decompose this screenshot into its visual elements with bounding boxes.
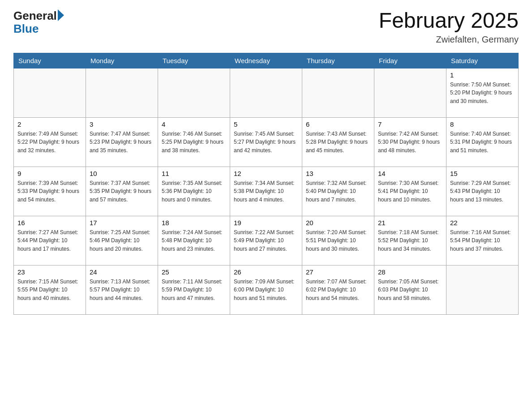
calendar-day-cell: 22Sunrise: 7:16 AM Sunset: 5:54 PM Dayli… [446, 216, 519, 265]
day-of-week-header: Friday [374, 53, 446, 68]
day-info: Sunrise: 7:24 AM Sunset: 5:48 PM Dayligh… [162, 228, 226, 253]
calendar-day-cell: 4Sunrise: 7:46 AM Sunset: 5:25 PM Daylig… [158, 117, 230, 167]
day-info: Sunrise: 7:37 AM Sunset: 5:35 PM Dayligh… [90, 179, 154, 204]
calendar-day-cell: 8Sunrise: 7:40 AM Sunset: 5:31 PM Daylig… [446, 117, 519, 167]
logo-general-text: General [13, 9, 57, 23]
calendar-day-cell: 9Sunrise: 7:39 AM Sunset: 5:33 PM Daylig… [14, 167, 86, 216]
page-header: General Blue February 2025 Zwiefalten, G… [13, 9, 519, 45]
day-info: Sunrise: 7:43 AM Sunset: 5:28 PM Dayligh… [306, 130, 370, 155]
calendar-day-cell: 15Sunrise: 7:29 AM Sunset: 5:43 PM Dayli… [446, 167, 519, 216]
calendar-day-cell [230, 68, 302, 117]
month-title: February 2025 [379, 9, 519, 33]
day-info: Sunrise: 7:16 AM Sunset: 5:54 PM Dayligh… [450, 228, 515, 253]
logo-arrow-icon [58, 9, 64, 21]
calendar-day-cell: 26Sunrise: 7:09 AM Sunset: 6:00 PM Dayli… [230, 265, 302, 314]
calendar-week-row: 1Sunrise: 7:50 AM Sunset: 5:20 PM Daylig… [14, 68, 519, 117]
day-info: Sunrise: 7:11 AM Sunset: 5:59 PM Dayligh… [162, 278, 226, 303]
calendar-day-cell [158, 68, 230, 117]
calendar-day-cell: 3Sunrise: 7:47 AM Sunset: 5:23 PM Daylig… [86, 117, 158, 167]
calendar-day-cell: 18Sunrise: 7:24 AM Sunset: 5:48 PM Dayli… [158, 216, 230, 265]
calendar-week-row: 2Sunrise: 7:49 AM Sunset: 5:22 PM Daylig… [14, 117, 519, 167]
day-info: Sunrise: 7:45 AM Sunset: 5:27 PM Dayligh… [234, 130, 298, 155]
day-info: Sunrise: 7:40 AM Sunset: 5:31 PM Dayligh… [450, 130, 515, 155]
calendar-day-cell: 12Sunrise: 7:34 AM Sunset: 5:38 PM Dayli… [230, 167, 302, 216]
day-of-week-header: Saturday [446, 53, 519, 68]
calendar-day-cell [86, 68, 158, 117]
day-number: 5 [234, 120, 298, 128]
day-info: Sunrise: 7:09 AM Sunset: 6:00 PM Dayligh… [234, 278, 298, 303]
day-number: 6 [306, 120, 370, 128]
calendar-day-cell: 11Sunrise: 7:35 AM Sunset: 5:36 PM Dayli… [158, 167, 230, 216]
calendar-week-row: 9Sunrise: 7:39 AM Sunset: 5:33 PM Daylig… [14, 167, 519, 216]
day-info: Sunrise: 7:46 AM Sunset: 5:25 PM Dayligh… [162, 130, 226, 155]
day-number: 25 [162, 268, 226, 276]
day-number: 15 [450, 170, 515, 177]
day-number: 2 [17, 120, 82, 128]
calendar-day-cell: 5Sunrise: 7:45 AM Sunset: 5:27 PM Daylig… [230, 117, 302, 167]
day-number: 16 [17, 219, 82, 227]
day-info: Sunrise: 7:30 AM Sunset: 5:41 PM Dayligh… [378, 179, 442, 204]
day-number: 26 [234, 268, 298, 276]
day-info: Sunrise: 7:27 AM Sunset: 5:44 PM Dayligh… [17, 228, 82, 253]
calendar-day-cell [14, 68, 86, 117]
calendar-day-cell: 7Sunrise: 7:42 AM Sunset: 5:30 PM Daylig… [374, 117, 446, 167]
day-info: Sunrise: 7:13 AM Sunset: 5:57 PM Dayligh… [90, 278, 154, 303]
calendar-day-cell [302, 68, 374, 117]
day-number: 3 [90, 120, 154, 128]
calendar-day-cell: 10Sunrise: 7:37 AM Sunset: 5:35 PM Dayli… [86, 167, 158, 216]
day-number: 20 [306, 219, 370, 227]
day-info: Sunrise: 7:20 AM Sunset: 5:51 PM Dayligh… [306, 228, 370, 253]
day-number: 7 [378, 120, 442, 128]
day-info: Sunrise: 7:47 AM Sunset: 5:23 PM Dayligh… [90, 130, 154, 155]
day-number: 1 [450, 71, 515, 79]
day-of-week-header: Monday [86, 53, 158, 68]
calendar-day-cell: 16Sunrise: 7:27 AM Sunset: 5:44 PM Dayli… [14, 216, 86, 265]
calendar-day-cell: 14Sunrise: 7:30 AM Sunset: 5:41 PM Dayli… [374, 167, 446, 216]
day-number: 24 [90, 268, 154, 276]
day-number: 9 [17, 170, 82, 177]
calendar-day-cell [446, 265, 519, 314]
title-area: February 2025 Zwiefalten, Germany [379, 9, 519, 45]
calendar-week-row: 16Sunrise: 7:27 AM Sunset: 5:44 PM Dayli… [14, 216, 519, 265]
day-number: 11 [162, 170, 226, 177]
day-number: 10 [90, 170, 154, 177]
day-number: 27 [306, 268, 370, 276]
day-of-week-header: Wednesday [230, 53, 302, 68]
day-info: Sunrise: 7:18 AM Sunset: 5:52 PM Dayligh… [378, 228, 442, 253]
day-number: 13 [306, 170, 370, 177]
calendar-day-cell [374, 68, 446, 117]
logo: General Blue [13, 9, 64, 34]
calendar-week-row: 23Sunrise: 7:15 AM Sunset: 5:55 PM Dayli… [14, 265, 519, 314]
day-info: Sunrise: 7:32 AM Sunset: 5:40 PM Dayligh… [306, 179, 370, 204]
calendar-table: SundayMondayTuesdayWednesdayThursdayFrid… [13, 53, 519, 315]
day-info: Sunrise: 7:29 AM Sunset: 5:43 PM Dayligh… [450, 179, 515, 204]
day-info: Sunrise: 7:05 AM Sunset: 6:03 PM Dayligh… [378, 278, 442, 303]
day-info: Sunrise: 7:22 AM Sunset: 5:49 PM Dayligh… [234, 228, 298, 253]
calendar-day-cell: 25Sunrise: 7:11 AM Sunset: 5:59 PM Dayli… [158, 265, 230, 314]
day-info: Sunrise: 7:42 AM Sunset: 5:30 PM Dayligh… [378, 130, 442, 155]
day-info: Sunrise: 7:35 AM Sunset: 5:36 PM Dayligh… [162, 179, 226, 204]
calendar-day-cell: 1Sunrise: 7:50 AM Sunset: 5:20 PM Daylig… [446, 68, 519, 117]
day-number: 22 [450, 219, 515, 227]
day-info: Sunrise: 7:50 AM Sunset: 5:20 PM Dayligh… [450, 81, 515, 106]
day-info: Sunrise: 7:15 AM Sunset: 5:55 PM Dayligh… [17, 278, 82, 303]
calendar-day-cell: 13Sunrise: 7:32 AM Sunset: 5:40 PM Dayli… [302, 167, 374, 216]
day-number: 21 [378, 219, 442, 227]
day-of-week-header: Tuesday [158, 53, 230, 68]
day-info: Sunrise: 7:07 AM Sunset: 6:02 PM Dayligh… [306, 278, 370, 303]
calendar-day-cell: 6Sunrise: 7:43 AM Sunset: 5:28 PM Daylig… [302, 117, 374, 167]
day-number: 14 [378, 170, 442, 177]
day-number: 28 [378, 268, 442, 276]
calendar-day-cell: 19Sunrise: 7:22 AM Sunset: 5:49 PM Dayli… [230, 216, 302, 265]
calendar-day-cell: 17Sunrise: 7:25 AM Sunset: 5:46 PM Dayli… [86, 216, 158, 265]
day-number: 19 [234, 219, 298, 227]
calendar-day-cell: 23Sunrise: 7:15 AM Sunset: 5:55 PM Dayli… [14, 265, 86, 314]
calendar-day-cell: 27Sunrise: 7:07 AM Sunset: 6:02 PM Dayli… [302, 265, 374, 314]
calendar-day-cell: 24Sunrise: 7:13 AM Sunset: 5:57 PM Dayli… [86, 265, 158, 314]
logo-blue-text: Blue [13, 23, 39, 34]
calendar-header-row: SundayMondayTuesdayWednesdayThursdayFrid… [14, 53, 519, 68]
calendar-day-cell: 20Sunrise: 7:20 AM Sunset: 5:51 PM Dayli… [302, 216, 374, 265]
calendar-day-cell: 21Sunrise: 7:18 AM Sunset: 5:52 PM Dayli… [374, 216, 446, 265]
day-of-week-header: Sunday [14, 53, 86, 68]
day-number: 4 [162, 120, 226, 128]
